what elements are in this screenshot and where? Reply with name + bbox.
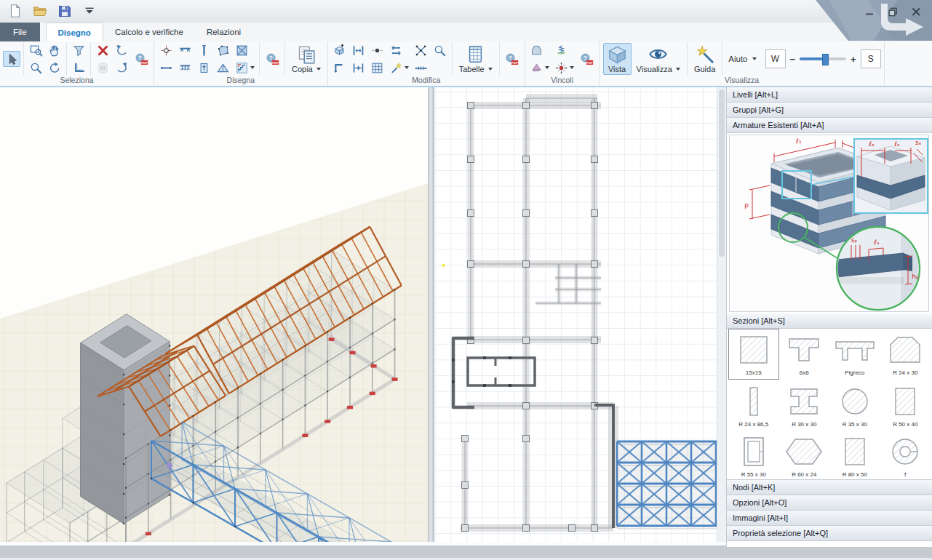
constraint-tool[interactable] — [553, 60, 576, 76]
section-thumb-r-24-x-30[interactable]: R 24 x 30 — [880, 329, 931, 380]
panel-header-sezioni[interactable]: Sezioni [Alt+S] — [727, 313, 932, 329]
viewport-2d-plan[interactable] — [434, 87, 717, 542]
undo-tool[interactable] — [113, 42, 130, 58]
ribbon-group-label: Seleziona — [3, 76, 151, 86]
quick-access-toolbar — [7, 3, 97, 19]
section-thumb-r-60-x-24[interactable]: R 60 x 24 — [779, 432, 830, 480]
new-document-icon[interactable] — [7, 3, 23, 19]
support-tool[interactable] — [528, 60, 551, 76]
section-label: R 24 x 30 — [893, 369, 917, 376]
select-cursor-tool[interactable] — [3, 51, 20, 67]
ribbon-group-seleziona: ?PDFSeleziona — [0, 41, 154, 86]
truss-icon — [216, 61, 230, 75]
section-thumb-6x6[interactable]: 6x6 — [779, 329, 830, 380]
line-tool[interactable] — [157, 60, 175, 76]
zoom-sel-tool[interactable] — [431, 42, 449, 58]
magic-icon — [389, 61, 403, 75]
zoom-in-button[interactable]: + — [851, 54, 856, 65]
section-thumb-15x15[interactable]: 15x15 — [728, 329, 779, 380]
redo-tool[interactable] — [113, 60, 130, 76]
spacing-tool[interactable] — [350, 60, 367, 76]
panel-header-livelli[interactable]: Livelli [Alt+L] — [727, 87, 932, 103]
help-tool[interactable]: ?PDF — [503, 42, 522, 76]
slab-tool[interactable] — [214, 42, 231, 58]
extrude-tool[interactable] — [331, 42, 348, 58]
beam-tool[interactable] — [176, 42, 194, 58]
tab-calcolo-e-verifiche[interactable]: Calcolo e verifiche — [103, 23, 195, 41]
save-icon[interactable] — [57, 3, 73, 19]
corner-tool[interactable] — [331, 60, 348, 76]
viewport-splitter[interactable] — [428, 87, 434, 542]
help-tool[interactable]: ?PDF — [263, 42, 282, 76]
zoom-tool[interactable] — [27, 60, 44, 76]
spring-tool[interactable] — [553, 42, 570, 58]
copia-button[interactable]: Copia — [288, 44, 324, 74]
section-thumb-r-80-x-50[interactable]: R 80 x 50 — [829, 432, 880, 480]
filter-tool[interactable] — [70, 42, 87, 58]
viewport-3d[interactable]: XZY-z — [0, 87, 428, 542]
tab-disegno[interactable]: Disegno — [46, 23, 103, 42]
wall-tool[interactable] — [195, 60, 212, 76]
foundation-tool[interactable] — [176, 60, 194, 76]
section-thumb-r-55-x-30[interactable]: R 55 x 30 — [728, 432, 779, 480]
zoom-window-tool[interactable] — [27, 42, 44, 58]
restore-button[interactable] — [887, 6, 899, 17]
quick-access-dropdown-icon[interactable] — [81, 3, 97, 19]
panel-header-armature[interactable]: Armature Esistenti [Alt+A] — [727, 117, 932, 133]
plan-scrollbar-thumb[interactable] — [719, 89, 725, 257]
vista-button[interactable]: Vista — [603, 43, 632, 75]
chevron-down-icon — [676, 68, 680, 71]
wireframe-mode-button[interactable]: W — [765, 49, 786, 68]
section-shape-icon — [730, 385, 777, 421]
panel-header-proprieta[interactable]: Proprietà selezione [Alt+Q] — [727, 525, 932, 541]
truss-tool[interactable] — [214, 60, 231, 76]
stairs-tool[interactable] — [233, 60, 256, 76]
grid-tool[interactable] — [369, 60, 386, 76]
open-folder-icon[interactable] — [32, 3, 48, 19]
column-tool[interactable] — [195, 42, 212, 58]
guida-icon — [695, 44, 714, 64]
node-tool[interactable] — [157, 42, 175, 58]
pan-tool[interactable] — [46, 42, 63, 58]
axes-tool[interactable] — [70, 60, 87, 76]
section-thumb-pigreco[interactable]: Pigreco — [829, 329, 880, 380]
section-thumb-r-35-x-30[interactable]: R 35 x 30 — [829, 380, 880, 432]
move-node-tool[interactable] — [413, 42, 430, 58]
help-tool[interactable]: ?PDF — [132, 42, 151, 76]
properties-tool[interactable] — [94, 60, 111, 76]
tabelle-button[interactable]: Tabelle — [455, 44, 496, 74]
section-thumb-t[interactable]: T — [880, 432, 931, 480]
refresh-tool[interactable] — [46, 60, 63, 76]
panel-header-immagini[interactable]: Immagini [Alt+I] — [727, 510, 932, 526]
zoom-out-button[interactable]: − — [790, 54, 796, 65]
delete-tool[interactable] — [94, 42, 111, 58]
align-tool[interactable] — [350, 42, 367, 58]
plan-scrollbar[interactable] — [717, 87, 726, 542]
solid-mode-button[interactable]: S — [861, 49, 881, 68]
tab-relazioni[interactable]: Relazioni — [195, 23, 252, 41]
magic-tool[interactable] — [388, 60, 411, 76]
panel-header-gruppi[interactable]: Gruppi [Alt+G] — [727, 102, 932, 118]
plinth-tool[interactable] — [528, 42, 546, 58]
zoom-slider-thumb[interactable] — [822, 54, 829, 65]
panel-header-nodi[interactable]: Nodi [Alt+K] — [727, 479, 932, 495]
tab-file[interactable]: File — [0, 23, 40, 41]
section-thumb-r-30-x-30[interactable]: R 30 x 30 — [779, 380, 830, 432]
panel-header-opzioni[interactable]: Opzioni [Alt+O] — [727, 495, 932, 511]
copia-label: Copia — [292, 65, 313, 73]
aiuto-button[interactable]: Aiuto — [725, 55, 759, 63]
flip-tool[interactable] — [388, 42, 405, 58]
zoom-slider[interactable] — [800, 57, 846, 60]
section-thumb-r-24-x-86-5[interactable]: R 24 x 86,5 — [728, 380, 779, 432]
brace-tool[interactable] — [233, 42, 250, 58]
visualizza-button[interactable]: Visualizza — [633, 44, 684, 74]
section-thumb-r-50-x-40[interactable]: R 50 x 40 — [880, 380, 931, 432]
guida-button[interactable]: Guida — [690, 44, 719, 74]
minimize-button[interactable] — [864, 6, 875, 17]
section-shape-icon — [832, 435, 878, 471]
spacing-icon — [351, 61, 365, 75]
close-button[interactable] — [910, 6, 922, 17]
divide-tool[interactable] — [413, 60, 430, 76]
help-tool[interactable]: ?PDF — [578, 42, 597, 76]
point-tool[interactable] — [369, 42, 386, 58]
